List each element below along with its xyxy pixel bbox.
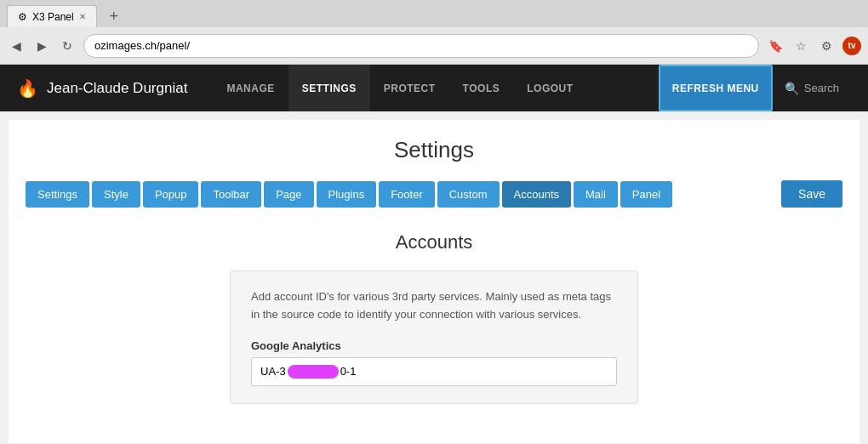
nav-protect[interactable]: PROTECT	[370, 65, 449, 111]
ga-suffix: 0-1	[340, 365, 357, 378]
page-title: Settings	[26, 137, 842, 163]
app-navbar: 🔥 Jean-Claude Durgniat MANAGE SETTINGS P…	[0, 65, 868, 111]
browser-chrome: ◀ ▶ ↻ ozimages.ch/panel/ 🔖 ☆ ⚙ tv	[0, 27, 868, 65]
bookmark-icon[interactable]: 🔖	[766, 37, 785, 55]
section-title: Accounts	[26, 231, 842, 253]
url-text: ozimages.ch/panel/	[94, 39, 190, 52]
tabs-row: Settings Style Popup Toolbar Page Plugin…	[26, 180, 842, 208]
tab-mail[interactable]: Mail	[574, 181, 618, 208]
main-content: Settings Settings Style Popup Toolbar Pa…	[9, 120, 859, 443]
nav-back-icon[interactable]: ◀	[7, 37, 26, 55]
tab-settings[interactable]: Settings	[26, 181, 89, 208]
brand: 🔥 Jean-Claude Durgniat	[17, 78, 187, 99]
address-bar[interactable]: ozimages.ch/panel/	[83, 34, 759, 58]
tab-plugins[interactable]: Plugins	[317, 181, 377, 208]
tab-bar: ⚙ X3 Panel ✕ +	[0, 0, 868, 27]
tab-accounts[interactable]: Accounts	[502, 181, 571, 208]
save-button[interactable]: Save	[781, 180, 842, 208]
search-icon: 🔍	[785, 82, 799, 95]
tab-close-icon[interactable]: ✕	[79, 12, 86, 21]
flame-icon: 🔥	[17, 78, 38, 99]
tab-popup[interactable]: Popup	[143, 181, 199, 208]
nav-tools[interactable]: TOOLS	[449, 65, 514, 111]
tab-panel[interactable]: Panel	[620, 181, 672, 208]
tab-toolbar[interactable]: Toolbar	[201, 181, 261, 208]
nav-settings[interactable]: SETTINGS	[288, 65, 370, 111]
ga-redacted	[288, 365, 339, 379]
nav-forward-icon[interactable]: ▶	[32, 37, 51, 55]
tab-title: X3 Panel	[32, 11, 74, 23]
tab-style[interactable]: Style	[92, 181, 140, 208]
star-icon[interactable]: ☆	[791, 37, 810, 55]
nav-logout[interactable]: LOGOUT	[513, 65, 586, 111]
navbar-search[interactable]: 🔍 Search	[773, 65, 851, 111]
info-box: Add account ID's for various 3rd party s…	[230, 270, 638, 404]
extension-icon[interactable]: tv	[842, 37, 861, 55]
settings-icon[interactable]: ⚙	[817, 37, 836, 55]
search-label: Search	[804, 82, 839, 94]
google-analytics-input[interactable]: UA-30-1	[251, 357, 617, 386]
google-analytics-label: Google Analytics	[251, 339, 617, 352]
tab-footer[interactable]: Footer	[379, 181, 435, 208]
tab-page[interactable]: Page	[264, 181, 313, 208]
browser-tab[interactable]: ⚙ X3 Panel ✕	[7, 5, 97, 27]
ga-prefix: UA-3	[260, 365, 286, 378]
nav-manage[interactable]: MANAGE	[213, 65, 288, 111]
google-analytics-field: Google Analytics UA-30-1	[251, 339, 617, 386]
nav-refresh-icon[interactable]: ↻	[58, 37, 77, 55]
info-text: Add account ID's for various 3rd party s…	[251, 288, 617, 324]
navbar-nav: MANAGE SETTINGS PROTECT TOOLS LOGOUT REF…	[213, 65, 851, 111]
tab-custom[interactable]: Custom	[437, 181, 500, 208]
refresh-menu-button[interactable]: REFRESH MENU	[659, 65, 773, 111]
tab-icon: ⚙	[18, 11, 27, 23]
brand-name: Jean-Claude Durgniat	[47, 80, 187, 97]
new-tab-area[interactable]: +	[97, 5, 131, 27]
